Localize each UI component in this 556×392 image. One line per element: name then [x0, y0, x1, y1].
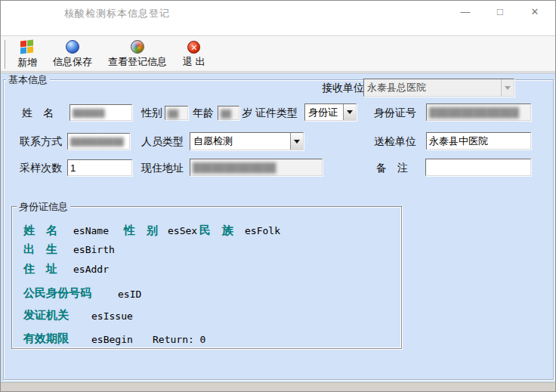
current-address-label: 现住地址 [141, 162, 184, 175]
chevron-down-icon [290, 133, 303, 150]
age-masked-value: ██ [221, 108, 231, 120]
idcard-citizen-id-value: esID [118, 289, 141, 300]
name-input[interactable]: ██████ [70, 104, 132, 121]
current-address-masked-value: █████████████ [193, 161, 276, 175]
contact-masked-value: ██████████ [70, 136, 124, 148]
exit-icon: ✕ [187, 41, 200, 54]
toolbar: 新增 信息保存 查看登记信息 ✕ 退 出 [1, 37, 555, 72]
idcard-addr-value: esAddr [73, 264, 109, 275]
age-suffix-label: 岁 [242, 106, 252, 120]
close-button[interactable]: ✕ [524, 4, 546, 20]
idcard-birth-label: 出 生 [23, 242, 57, 257]
gender-masked-value: ██ [168, 108, 178, 120]
contact-input[interactable]: ██████████ [67, 133, 130, 150]
view-globe-icon [131, 40, 144, 54]
gender-label: 性别 [141, 106, 162, 120]
app-window: 核酸检测标本信息登记 — □ ✕ 新增 信息保存 查看登记信息 ✕ 退 出 [0, 0, 556, 392]
idcard-issue-value: esIssue [91, 310, 133, 322]
new-button-label: 新增 [17, 56, 37, 69]
idcard-addr-label: 住 址 [23, 262, 57, 276]
person-type-value: 自愿检测 [190, 134, 290, 148]
idcard-name-value: esName [73, 225, 109, 236]
basic-info-group-title: 基本信息 [6, 73, 50, 87]
remark-input[interactable] [425, 159, 531, 176]
id-number-masked-value: ██████████████ [429, 106, 519, 120]
idcard-folk-value: esFolk [245, 225, 280, 236]
sample-count-input[interactable] [67, 159, 132, 176]
id-type-value: 身份证 [305, 106, 343, 119]
idcard-valid-value: esBegin [91, 334, 133, 345]
person-type-label: 人员类型 [141, 135, 184, 149]
window-controls: — □ ✕ [454, 4, 546, 20]
idcard-sex-label: 性 别 [124, 224, 158, 238]
chevron-down-icon [501, 79, 514, 96]
age-input[interactable]: ██ [218, 106, 239, 120]
receiving-unit-label: 接收单位 [322, 82, 364, 95]
idcard-valid-label: 有效期限 [23, 332, 69, 346]
id-card-group-title: 身份证信息 [17, 200, 70, 214]
idcard-citizen-id-label: 公民身份号码 [23, 286, 91, 301]
toolbar-grip[interactable] [3, 40, 5, 69]
sending-unit-label: 送检单位 [374, 135, 416, 149]
view-registration-button[interactable]: 查看登记信息 [107, 39, 168, 69]
save-info-button-label: 信息保存 [53, 55, 92, 69]
window-title: 核酸检测标本信息登记 [64, 7, 170, 20]
receiving-unit-combobox[interactable]: 永泰县总医院 [363, 79, 514, 97]
new-button[interactable]: 新增 [16, 39, 39, 70]
sample-count-label: 采样次数 [20, 162, 62, 175]
windows-logo-icon [20, 39, 35, 54]
maximize-button[interactable]: □ [489, 4, 511, 20]
name-masked-value: ██████ [73, 107, 105, 119]
id-number-input[interactable]: ██████████████ [426, 103, 531, 121]
id-number-label: 身份证号 [374, 106, 416, 120]
idcard-issue-label: 发证机关 [23, 308, 69, 323]
name-label: 姓 名 [22, 106, 54, 120]
exit-button-label: 退 出 [183, 55, 205, 69]
id-type-combobox[interactable]: 身份证 [304, 103, 357, 121]
idcard-name-label: 姓 名 [23, 224, 57, 238]
remark-label: 备 注 [376, 162, 408, 175]
idcard-birth-value: esBirth [73, 244, 115, 255]
receiving-unit-value: 永泰县总医院 [364, 81, 501, 94]
sending-unit-input[interactable] [426, 132, 531, 150]
chevron-down-icon [343, 104, 356, 120]
save-orb-icon [66, 40, 79, 54]
person-type-combobox[interactable]: 自愿检测 [190, 132, 304, 150]
gender-input[interactable]: ██ [165, 106, 188, 120]
idcard-return-status: Return: 0 [153, 334, 205, 345]
title-bar[interactable]: 核酸检测标本信息登记 — □ ✕ [1, 1, 555, 36]
idcard-sex-value: esSex [168, 225, 197, 236]
status-strip [1, 382, 555, 392]
view-registration-button-label: 查看登记信息 [108, 55, 167, 69]
exit-button[interactable]: ✕ 退 出 [181, 39, 207, 69]
id-type-label: 证件类型 [255, 106, 298, 120]
current-address-input[interactable]: █████████████ [190, 159, 323, 176]
minimize-button[interactable]: — [454, 4, 477, 20]
contact-label: 联系方式 [20, 135, 62, 149]
idcard-folk-label: 民 族 [199, 224, 233, 238]
save-info-button[interactable]: 信息保存 [51, 39, 94, 69]
age-label: 年龄 [193, 106, 214, 120]
